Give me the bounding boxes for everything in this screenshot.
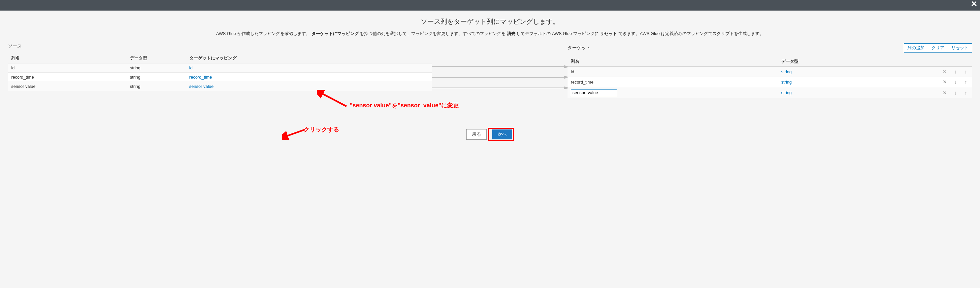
table-row: id string id — [8, 63, 432, 73]
desc-text: AWS Glue が作成したマッピングを確認します。 — [216, 31, 310, 36]
table-row: string ✕ ↓ ↑ — [568, 87, 972, 98]
mapping-link[interactable]: record_time — [189, 75, 212, 80]
add-column-button[interactable]: 列の追加 — [904, 43, 928, 53]
col-header-name: 列名 — [568, 56, 778, 67]
table-row: sensor value string sensor value — [8, 82, 432, 91]
target-col-type[interactable]: string — [781, 69, 792, 74]
svg-line-7 — [285, 130, 305, 137]
remove-icon[interactable]: ✕ — [942, 69, 948, 75]
remove-icon[interactable]: ✕ — [942, 79, 948, 85]
mapping-link[interactable]: id — [189, 66, 193, 70]
desc-bold: ターゲットにマッピング — [312, 31, 359, 36]
target-col-name[interactable]: record_time — [568, 77, 778, 87]
move-down-icon[interactable]: ↓ — [952, 79, 958, 85]
target-col-name[interactable]: id — [568, 67, 778, 77]
desc-bold: リセット — [600, 31, 617, 36]
col-header-type: データ型 — [778, 56, 891, 67]
clear-button[interactable]: クリア — [928, 43, 948, 53]
target-col-name-input[interactable] — [571, 89, 617, 96]
source-section-title: ソース — [8, 43, 432, 49]
page-description: AWS Glue が作成したマッピングを確認します。 ターゲットにマッピング を… — [5, 31, 975, 37]
annotation-text: "sensor value"を"sensor_value"に変更 — [350, 101, 459, 109]
back-button[interactable]: 戻る — [466, 129, 487, 140]
remove-icon[interactable]: ✕ — [942, 90, 948, 96]
close-icon[interactable]: ✕ — [971, 0, 977, 8]
source-col-type: string — [127, 73, 186, 82]
desc-text: できます。AWS Glue は定義済みのマッピングでスクリプトを生成します。 — [618, 31, 764, 36]
mapping-connectors — [432, 43, 568, 96]
target-col-type[interactable]: string — [781, 80, 792, 85]
table-row: id string ✕ ↓ ↑ — [568, 67, 972, 77]
source-table: 列名 データ型 ターゲットにマッピング id string id record_… — [8, 53, 432, 91]
move-up-icon[interactable]: ↑ — [963, 90, 969, 96]
source-col-type: string — [127, 82, 186, 91]
annotation-arrow-icon — [317, 90, 350, 110]
col-header-map: ターゲットにマッピング — [186, 53, 432, 63]
reset-button[interactable]: リセット — [948, 43, 972, 53]
next-button[interactable]: 次へ — [492, 130, 512, 139]
table-row: record_time string record_time — [8, 73, 432, 82]
annotation-highlight: 次へ — [488, 128, 514, 141]
target-section-title: ターゲット — [568, 45, 591, 51]
col-header-name: 列名 — [8, 53, 127, 63]
svg-line-6 — [320, 93, 347, 106]
modal-top-bar: ✕ — [0, 0, 980, 11]
source-col-name: record_time — [8, 73, 127, 82]
page-title: ソース列をターゲット列にマッピングします。 — [5, 17, 975, 26]
mapping-link[interactable]: sensor value — [189, 84, 214, 89]
svg-marker-5 — [564, 86, 568, 89]
desc-text: してデフォルトの AWS Glue マッピングに — [516, 31, 598, 36]
move-down-icon[interactable]: ↓ — [952, 69, 958, 74]
svg-marker-1 — [564, 66, 568, 68]
source-col-type: string — [127, 63, 186, 73]
col-header-type: データ型 — [127, 53, 186, 63]
target-button-group: 列の追加 クリア リセット — [904, 43, 972, 53]
move-down-icon[interactable]: ↓ — [952, 90, 958, 96]
target-table: 列名 データ型 id string ✕ ↓ ↑ — [568, 56, 972, 98]
source-col-name: id — [8, 63, 127, 73]
table-row: record_time string ✕ ↓ ↑ — [568, 77, 972, 87]
desc-bold: 消去 — [507, 31, 515, 36]
source-col-name: sensor value — [8, 82, 127, 91]
annotation-text: クリックする — [304, 125, 339, 133]
desc-text: を持つ他の列を選択して、マッピングを変更します。すべてのマッピングを — [360, 31, 506, 36]
target-col-type[interactable]: string — [781, 90, 792, 95]
svg-marker-3 — [564, 76, 568, 78]
move-up-icon[interactable]: ↑ — [963, 69, 969, 74]
move-up-icon[interactable]: ↑ — [963, 79, 969, 85]
